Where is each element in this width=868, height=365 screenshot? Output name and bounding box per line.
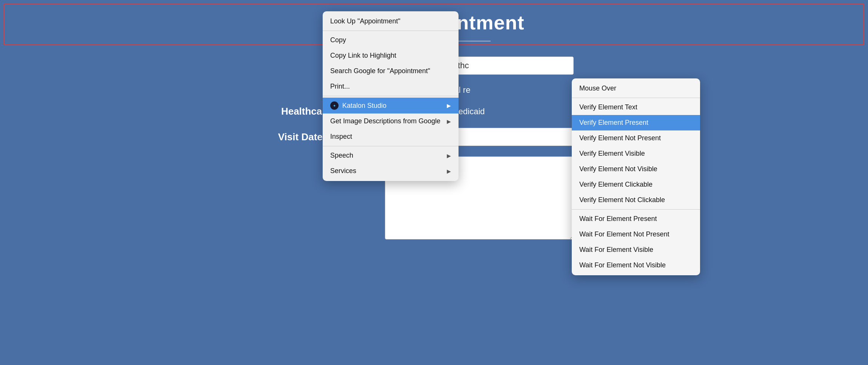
katalon-verify-visible[interactable]: Verify Element Visible	[572, 146, 700, 161]
katalon-wait-present[interactable]: Wait For Element Present	[572, 211, 700, 227]
katalon-verify-text[interactable]: Verify Element Text	[572, 100, 700, 115]
ctx-inspect[interactable]: Inspect	[323, 129, 459, 144]
ctx-lookup[interactable]: Look Up "Appointment"	[323, 14, 459, 29]
ctx-sep-2	[323, 96, 459, 96]
speech-arrow: ▶	[447, 153, 451, 159]
ctx-copy[interactable]: Copy	[323, 32, 459, 48]
katalon-icon	[330, 101, 339, 110]
ctx-speech[interactable]: Speech ▶	[323, 148, 459, 163]
ctx-katalon[interactable]: Katalon Studio ▶	[323, 98, 459, 113]
katalon-sep-1	[572, 98, 700, 98]
ctx-get-image[interactable]: Get Image Descriptions from Google ▶	[323, 113, 459, 129]
page-content: Make Appointment Facility Apply for hosp…	[0, 0, 868, 365]
katalon-sep-2	[572, 209, 700, 210]
katalon-verify-clickable[interactable]: Verify Element Clickable	[572, 177, 700, 192]
katalon-mouse-over[interactable]: Mouse Over	[572, 81, 700, 96]
get-image-arrow: ▶	[447, 118, 451, 124]
primary-context-menu: Look Up "Appointment" Copy Copy Link to …	[323, 11, 459, 181]
ctx-sep-1	[323, 31, 459, 31]
ctx-search-google[interactable]: Search Google for "Appointment"	[323, 63, 459, 79]
katalon-verify-not-visible[interactable]: Verify Element Not Visible	[572, 161, 700, 177]
ctx-copy-link[interactable]: Copy Link to Highlight	[323, 48, 459, 63]
ctx-services[interactable]: Services ▶	[323, 163, 459, 179]
katalon-wait-not-present[interactable]: Wait For Element Not Present	[572, 227, 700, 242]
katalon-verify-present[interactable]: Verify Element Present	[572, 115, 700, 130]
katalon-verify-not-present[interactable]: Verify Element Not Present	[572, 130, 700, 146]
katalon-arrow: ▶	[447, 103, 451, 109]
katalon-verify-not-clickable[interactable]: Verify Element Not Clickable	[572, 192, 700, 208]
ctx-print[interactable]: Print...	[323, 79, 459, 94]
katalon-wait-not-visible[interactable]: Wait For Element Not Visible	[572, 258, 700, 273]
services-arrow: ▶	[447, 168, 451, 174]
ctx-sep-3	[323, 146, 459, 146]
katalon-wait-visible[interactable]: Wait For Element Visible	[572, 242, 700, 258]
katalon-submenu: Mouse Over Verify Element Text Verify El…	[572, 78, 700, 275]
